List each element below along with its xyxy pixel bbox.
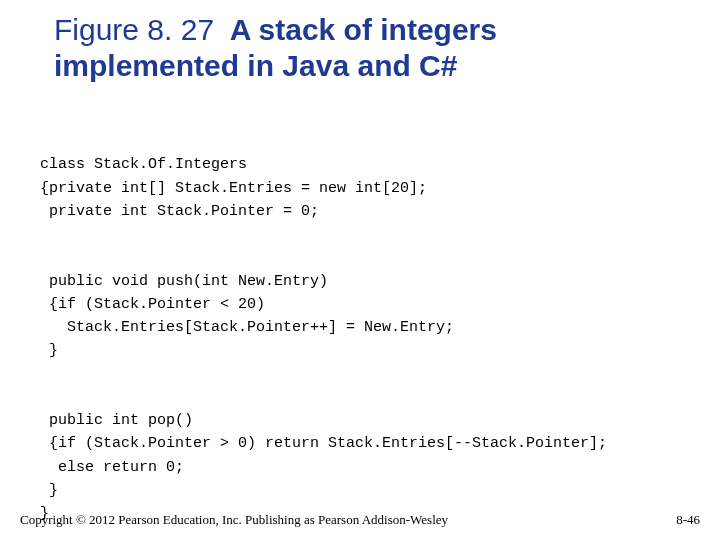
code-line: Stack.Entries[Stack.Pointer++] = New.Ent… [40, 319, 454, 336]
code-line: else return 0; [40, 459, 184, 476]
code-line: } [40, 342, 58, 359]
code-line: {private int[] Stack.Entries = new int[2… [40, 180, 427, 197]
figure-label: Figure 8. 27 [54, 13, 214, 46]
code-line: public int pop() [40, 412, 193, 429]
slide-title: Figure 8. 27 A stack of integers impleme… [54, 12, 680, 84]
code-line: {if (Stack.Pointer < 20) [40, 296, 265, 313]
copyright-text: Copyright © 2012 Pearson Education, Inc.… [20, 512, 448, 528]
code-line: } [40, 482, 58, 499]
code-line: private int Stack.Pointer = 0; [40, 203, 319, 220]
code-line: {if (Stack.Pointer > 0) return Stack.Ent… [40, 435, 607, 452]
code-block: class Stack.Of.Integers {private int[] S… [40, 130, 680, 540]
slide: Figure 8. 27 A stack of integers impleme… [0, 0, 720, 540]
code-line: class Stack.Of.Integers [40, 156, 247, 173]
code-line: public void push(int New.Entry) [40, 273, 328, 290]
page-number: 8-46 [676, 512, 700, 528]
